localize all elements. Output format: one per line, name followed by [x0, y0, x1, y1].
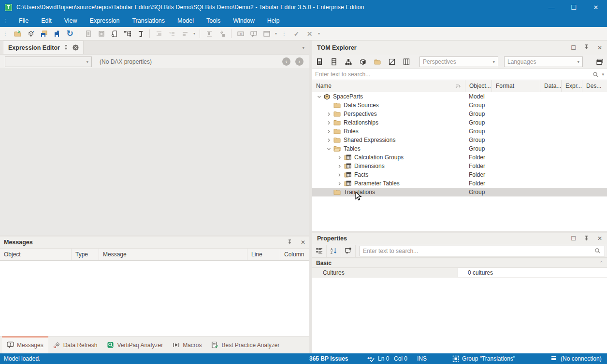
- menu-view[interactable]: View: [58, 15, 84, 26]
- tree-row-facts[interactable]: Facts Folder: [312, 170, 607, 179]
- show-columns-button[interactable]: [327, 56, 341, 68]
- menu-model[interactable]: Model: [171, 15, 200, 26]
- perspectives-combo[interactable]: Perspectives ▾: [419, 56, 498, 67]
- open-model-button[interactable]: [11, 28, 24, 40]
- alphabetical-sort-button[interactable]: AZ: [327, 245, 341, 257]
- languages-combo[interactable]: Languages ▾: [504, 56, 583, 67]
- tom-search-row[interactable]: Enter text to search... ▾: [312, 69, 607, 80]
- menu-file[interactable]: File: [13, 15, 35, 26]
- chevron-right-icon[interactable]: [335, 164, 343, 168]
- save-button[interactable]: [37, 28, 50, 40]
- chevron-right-icon[interactable]: [335, 173, 343, 177]
- messages-col-object[interactable]: Object: [0, 249, 72, 260]
- menu-translations[interactable]: Translations: [126, 15, 171, 26]
- tree-row-tables[interactable]: Tables Group: [312, 144, 607, 153]
- menu-help[interactable]: Help: [261, 15, 286, 26]
- tab-macros[interactable]: Macros: [168, 336, 206, 353]
- menu-window[interactable]: Window: [227, 15, 260, 26]
- tree-row-perspectives[interactable]: Perspectives Group: [312, 110, 607, 118]
- accept-button[interactable]: ✓: [290, 28, 303, 40]
- chevron-right-icon[interactable]: [335, 182, 343, 186]
- align-top-button[interactable]: [202, 28, 216, 40]
- tree-row-calculation-groups[interactable]: Calculation Groups Folder: [312, 153, 607, 162]
- script-button[interactable]: [134, 28, 147, 40]
- tom-col-format[interactable]: Format: [492, 80, 540, 92]
- tree-row-parameter-tables[interactable]: Parameter Tables Folder: [312, 179, 607, 188]
- tab-best-practice-analyzer[interactable]: Best Practice Analyzer: [206, 336, 284, 353]
- show-hierarchies-button[interactable]: [341, 56, 356, 68]
- chevron-right-icon[interactable]: [325, 121, 332, 125]
- tree-row-dimensions[interactable]: Dimensions Folder: [312, 162, 607, 170]
- maximize-panel-icon[interactable]: ☐: [571, 235, 576, 242]
- save-all-button[interactable]: [50, 28, 63, 40]
- menu-expression[interactable]: Expression: [84, 15, 126, 26]
- highlight-button[interactable]: [178, 28, 191, 40]
- nav-back-button[interactable]: ‹: [282, 57, 290, 66]
- maximize-panel-icon[interactable]: ☐: [571, 44, 576, 51]
- insert-block-button[interactable]: [216, 28, 229, 40]
- refresh-button[interactable]: ↻: [63, 28, 76, 40]
- pin-icon[interactable]: [287, 239, 293, 245]
- variable-box-button[interactable]: X: [234, 28, 247, 40]
- properties-search-input[interactable]: Enter text to search...: [360, 246, 605, 256]
- chevron-right-icon[interactable]: [335, 155, 343, 160]
- messages-list-body[interactable]: [0, 261, 309, 336]
- property-row-cultures[interactable]: Cultures 0 cultures: [312, 268, 607, 278]
- messages-col-type[interactable]: Type: [72, 249, 99, 260]
- show-hidden-button[interactable]: [385, 56, 399, 68]
- tab-expression-editor[interactable]: Expression Editor: [3, 41, 84, 54]
- chevron-down-icon[interactable]: [325, 147, 332, 151]
- tree-row-spaceparts[interactable]: SpaceParts Model: [312, 92, 607, 101]
- maximize-button[interactable]: ☐: [563, 0, 585, 14]
- menu-tools[interactable]: Tools: [200, 15, 227, 26]
- messages-col-message[interactable]: Message: [99, 249, 247, 260]
- show-measures-button[interactable]: [312, 56, 327, 68]
- tom-col-data[interactable]: Data...: [540, 80, 562, 92]
- chevron-right-icon[interactable]: [325, 129, 332, 134]
- window-list-button[interactable]: [260, 28, 273, 40]
- close-panel-icon[interactable]: ✕: [597, 44, 602, 51]
- close-panel-icon[interactable]: ✕: [301, 239, 305, 246]
- close-panel-icon[interactable]: ✕: [597, 235, 602, 242]
- tree-row-shared-expressions[interactable]: Shared Expressions Group: [312, 136, 607, 144]
- format-list-button[interactable]: ?: [165, 28, 178, 40]
- properties-section-basic[interactable]: Basic ⌃: [312, 258, 607, 268]
- tree-row-data-sources[interactable]: Data Sources Group: [312, 101, 607, 110]
- expression-editor-body[interactable]: [0, 69, 309, 235]
- tree-row-roles[interactable]: Roles Group: [312, 127, 607, 136]
- close-tab-icon[interactable]: [72, 44, 79, 51]
- collapse-section-caret[interactable]: ⌃: [599, 261, 603, 266]
- cancel-dropdown-caret[interactable]: ▾: [316, 31, 322, 36]
- window-list-dropdown-caret[interactable]: ▾: [273, 31, 279, 36]
- dax-property-combo[interactable]: ▾: [5, 56, 92, 67]
- chevron-right-icon[interactable]: [325, 112, 332, 116]
- tab-vertipaq-analyzer[interactable]: VertiPaq Analyzer: [102, 336, 168, 353]
- show-partitions-button[interactable]: [356, 56, 370, 68]
- tab-messages[interactable]: Messages: [2, 336, 48, 353]
- status-connection[interactable]: (No connection): [561, 353, 602, 364]
- indent-button[interactable]: [152, 28, 165, 40]
- tab-data-refresh[interactable]: Data Refresh: [48, 336, 102, 353]
- status-bp-issues[interactable]: 365 BP issues: [309, 353, 348, 364]
- document-grid-button[interactable]: [95, 28, 108, 40]
- show-folders-button[interactable]: [370, 56, 385, 68]
- tom-col-object[interactable]: Object...: [465, 80, 492, 92]
- close-button[interactable]: ✕: [585, 0, 607, 14]
- property-description-button[interactable]: [341, 245, 356, 257]
- cancel-button[interactable]: ✕: [303, 28, 316, 40]
- minimize-button[interactable]: —: [540, 0, 563, 14]
- comment-button[interactable]: [247, 28, 260, 40]
- nav-forward-button[interactable]: ›: [295, 57, 304, 66]
- check-model-button[interactable]: [24, 28, 37, 40]
- status-ins-mode[interactable]: INS: [417, 353, 427, 364]
- property-value[interactable]: 0 cultures: [458, 268, 607, 277]
- hierarchy-button[interactable]: [121, 28, 134, 40]
- tree-row-relationships[interactable]: Relationships Group: [312, 118, 607, 127]
- pin-icon[interactable]: [584, 44, 590, 50]
- tom-col-name[interactable]: Name: [312, 80, 465, 92]
- layout-windows-button[interactable]: [593, 56, 607, 68]
- messages-col-column[interactable]: Column: [280, 249, 309, 260]
- document-button[interactable]: [82, 28, 95, 40]
- chevron-down-icon[interactable]: [315, 95, 323, 99]
- pin-icon[interactable]: [584, 235, 590, 241]
